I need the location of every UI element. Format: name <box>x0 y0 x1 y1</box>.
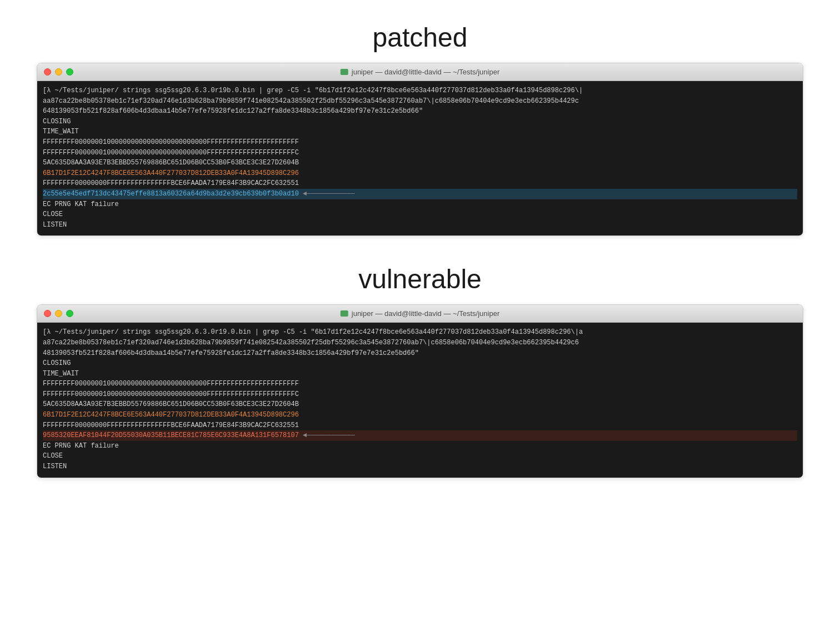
patched-red-button[interactable] <box>44 68 51 76</box>
vulnerable-terminal-body: [λ ~/Tests/juniper/ strings ssg5ssg20.6.… <box>37 323 803 477</box>
patched-title: patched <box>373 22 468 53</box>
vulnerable-titlebar: juniper — david@little-david — ~/Tests/j… <box>37 305 803 323</box>
vulnerable-titlebar-text: juniper — david@little-david — ~/Tests/j… <box>341 309 499 318</box>
vulnerable-terminal-icon <box>341 310 348 317</box>
patched-titlebar-label: juniper — david@little-david — ~/Tests/j… <box>352 68 499 76</box>
patched-terminal-body: [λ ~/Tests/juniper/ strings ssg5ssg20.6.… <box>37 81 803 235</box>
patched-titlebar: juniper — david@little-david — ~/Tests/j… <box>37 63 803 81</box>
vulnerable-yellow-button[interactable] <box>55 310 62 317</box>
patched-green-button[interactable] <box>66 68 73 76</box>
vulnerable-red-button[interactable] <box>44 310 51 317</box>
patched-titlebar-text: juniper — david@little-david — ~/Tests/j… <box>341 68 499 76</box>
vulnerable-title: vulnerable <box>358 264 481 294</box>
vulnerable-traffic-lights <box>44 310 73 317</box>
vulnerable-titlebar-label: juniper — david@little-david — ~/Tests/j… <box>352 309 499 318</box>
patched-terminal: juniper — david@little-david — ~/Tests/j… <box>37 63 803 236</box>
patched-yellow-button[interactable] <box>55 68 62 76</box>
patched-terminal-icon <box>341 69 348 75</box>
vulnerable-terminal: juniper — david@little-david — ~/Tests/j… <box>37 304 803 478</box>
vulnerable-green-button[interactable] <box>66 310 73 317</box>
patched-traffic-lights <box>44 68 73 76</box>
